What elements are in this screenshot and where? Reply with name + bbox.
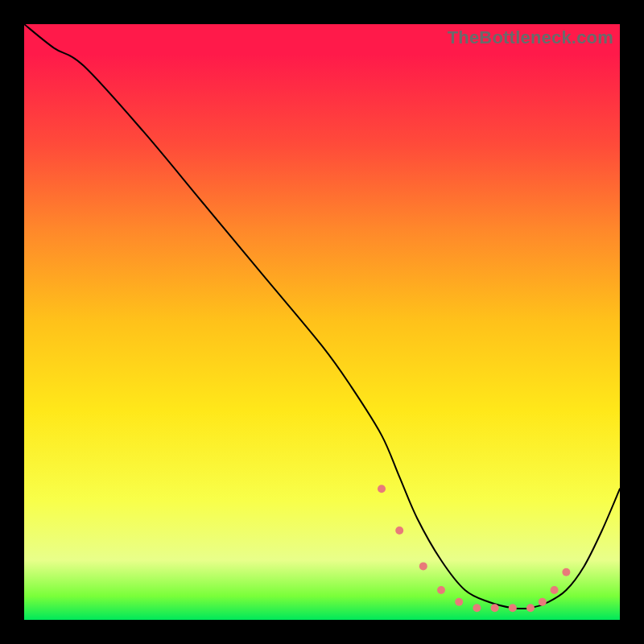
highlight-dot — [473, 604, 481, 612]
highlight-dot — [419, 562, 427, 570]
highlight-dot — [509, 604, 517, 612]
highlight-dot — [539, 598, 547, 606]
highlight-dot — [551, 586, 559, 594]
highlight-dot — [562, 568, 570, 576]
bottleneck-curve — [24, 24, 620, 609]
highlight-dot — [526, 604, 535, 612]
chart-overlay — [24, 24, 620, 620]
highlight-dot — [395, 526, 403, 535]
highlight-dot — [437, 586, 445, 594]
chart-stage: TheBottleneck.com — [0, 0, 644, 644]
highlight-dot — [378, 485, 386, 493]
highlight-dot — [491, 604, 499, 612]
highlight-dot — [455, 598, 463, 606]
highlight-dots — [378, 485, 570, 612]
plot-area: TheBottleneck.com — [24, 24, 620, 620]
